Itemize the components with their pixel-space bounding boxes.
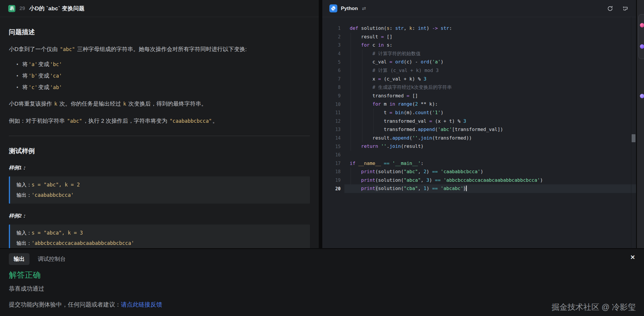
code-line: 1def solution(s: str, k: int) -> str: [322, 24, 636, 33]
code-line: 10 for m in range(2 ** k): [322, 100, 636, 109]
watermark: 掘金技术社区 @ 冷影玺 [552, 302, 636, 312]
sample-row: 输出：'abbcbccabccacaabcaababbcabbcbcca' [17, 238, 303, 248]
feedback-link[interactable]: 请点此链接反馈 [121, 301, 162, 308]
code-line: 12 transformed_val = (x + t) % 3 [322, 117, 636, 126]
rule-item: •将 'a' 变成 'bc' [17, 60, 310, 68]
reset-code-icon[interactable] [607, 5, 614, 12]
problem-content: 问题描述 小D拿到了一个仅由 "abc" 三种字母组成的字符串。她每次操作会对所… [0, 28, 319, 248]
line-number: 4 [322, 51, 341, 56]
output-panel: 输出 调试控制台 ✕ 解答正确 恭喜成功通过 提交功能内测体验中，任何问题或者建… [0, 249, 644, 316]
tab-debug-console[interactable]: 调试控制台 [38, 253, 66, 265]
code-line: 15 return ''.join(result) [322, 142, 636, 151]
code-line: 2 result = [] [322, 33, 636, 41]
line-number: 11 [322, 110, 341, 115]
line-number: 14 [322, 135, 341, 141]
code-line-text: def solution(s: str, k: int) -> str: [350, 24, 636, 33]
close-output-icon[interactable]: ✕ [630, 254, 635, 260]
code-line: 9 transformed = [] [322, 92, 636, 100]
line-number: 13 [322, 127, 341, 132]
line-number: 10 [322, 102, 341, 107]
line-number: 9 [322, 93, 341, 99]
difficulty-badge: 易 [8, 5, 15, 12]
code-line-text: transformed.append('abc'[transformed_val… [350, 125, 636, 134]
rule-item: •将 'b' 变成 'ca' [17, 72, 310, 80]
extension-icon[interactable] [640, 94, 644, 98]
problem-number: 29 [19, 6, 25, 12]
sample-code-box: 输入：s = "abc", k = 2输出：'caababbcbcca' [9, 176, 310, 204]
code-line-text: print(solution("abca", 3) == 'abbcbccabc… [350, 176, 636, 185]
line-number: 7 [322, 76, 341, 82]
line-number: 16 [322, 152, 341, 158]
extension-icon[interactable] [640, 23, 644, 27]
line-number: 6 [322, 68, 341, 73]
editor-header: Python ⇄ [322, 0, 636, 17]
code-line: 8 # 生成该字符经过k次变换后的字符串 [322, 83, 636, 92]
output-tabs: 输出 调试控制台 [0, 249, 644, 265]
code-line: 17if __name__ == '__main__': [322, 159, 636, 168]
tab-output[interactable]: 输出 [9, 253, 29, 265]
problem-para3: 例如：对于初始字符串 "abc"，执行 2 次操作后，字符串将变为 "caaba… [9, 117, 310, 125]
line-number: 3 [322, 42, 341, 48]
problem-header: 易 29 小D的 `abc` 变换问题 [0, 0, 319, 17]
code-line-text: # 生成该字符经过k次变换后的字符串 [350, 83, 636, 92]
line-number: 17 [322, 161, 341, 166]
code-line: 16 [322, 151, 636, 159]
code-line-text: for c in s: [350, 41, 636, 50]
code-line-text: # 计算 (c_val + k) mod 3 [350, 66, 636, 75]
code-line: 14 result.append(''.join(transformed)) [322, 134, 636, 143]
bullet-dot: • [17, 73, 18, 78]
code-editor[interactable]: 1def solution(s: str, k: int) -> str:2 r… [322, 17, 636, 248]
code-line: 18 print(solution("abc", 2) == 'caababbc… [322, 168, 636, 176]
rule-item: •将 'c' 变成 'ab' [17, 83, 310, 91]
code-line: 19 print(solution("abca", 3) == 'abbcbcc… [322, 176, 636, 185]
code-line-text: if __name__ == '__main__': [350, 159, 636, 168]
code-line-text: x = (c_val + k) % 3 [350, 75, 636, 83]
extension-rail [637, 0, 644, 248]
problem-panel: 易 29 小D的 `abc` 变换问题 问题描述 小D拿到了一个仅由 "abc"… [0, 0, 319, 248]
line-number: 2 [322, 34, 341, 40]
code-line-text: c_val = ord(c) - ord('a') [350, 58, 636, 66]
code-line: 4 # 计算字符的初始数值 [322, 50, 636, 58]
code-line-text: # 计算字符的初始数值 [350, 50, 636, 58]
sample-code-box: 输入：s = "abca", k = 3输出：'abbcbccabccacaab… [9, 225, 310, 248]
sample-row: 输入：s = "abca", k = 3 [17, 228, 303, 238]
code-line-text [350, 151, 636, 159]
result-subtitle: 恭喜成功通过 [9, 285, 644, 293]
code-line-text: transformed_val = (x + t) % 3 [350, 117, 636, 126]
line-number: 20 [322, 186, 341, 191]
code-line: 11 t = bin(m).count('1') [322, 109, 636, 117]
code-line-text: result.append(''.join(transformed)) [350, 134, 636, 143]
layout-toggle-icon[interactable] [622, 5, 629, 12]
line-number: 1 [322, 26, 341, 31]
samples-container: 样例1：输入：s = "abc", k = 2输出：'caababbcbcca'… [9, 164, 310, 248]
language-selector[interactable]: Python [341, 6, 358, 12]
extension-icon[interactable] [640, 44, 644, 49]
editor-panel: Python ⇄ 1def solution(s: str, k: int [322, 0, 636, 248]
result-title: 解答正确 [9, 270, 644, 280]
swap-language-icon[interactable]: ⇄ [362, 6, 366, 11]
problem-intro: 小D拿到了一个仅由 "abc" 三种字母组成的字符串。她每次操作会对所有字符同时… [9, 45, 310, 53]
feedback-text: 提交功能内测体验中，任何问题或者建议： [9, 301, 121, 308]
python-icon [329, 4, 337, 12]
text-cursor [466, 186, 467, 191]
divider [9, 136, 310, 136]
app-root: 易 29 小D的 `abc` 变换问题 问题描述 小D拿到了一个仅由 "abc"… [0, 0, 644, 316]
code-line-text: print(solution("cba", 1) == 'abcabc') [350, 184, 636, 193]
editor-scrollbar-track[interactable] [631, 17, 636, 248]
sample-row: 输入：s = "abc", k = 2 [17, 180, 303, 190]
problem-title: 小D的 `abc` 变换问题 [29, 5, 85, 12]
code-line-text: t = bin(m).count('1') [350, 109, 636, 117]
line-number: 19 [322, 178, 341, 183]
line-number: 5 [322, 60, 341, 65]
code-line: 20 print(solution("cba", 1) == 'abcabc') [322, 184, 636, 193]
code-line-text: result = [] [350, 33, 636, 41]
bullet-dot: • [17, 62, 18, 67]
code-line-text: for m in range(2 ** k): [350, 100, 636, 109]
editor-scrollbar-thumb[interactable] [632, 134, 635, 142]
line-number: 18 [322, 169, 341, 174]
code-line-text: transformed = [] [350, 92, 636, 100]
sample-label: 样例2： [9, 212, 310, 219]
problem-para2: 小D将重复该操作 k 次。你的任务是输出经过 k 次变换后，得到的最终字符串。 [9, 99, 310, 108]
extension-card [638, 14, 644, 59]
line-number: 8 [322, 85, 341, 90]
